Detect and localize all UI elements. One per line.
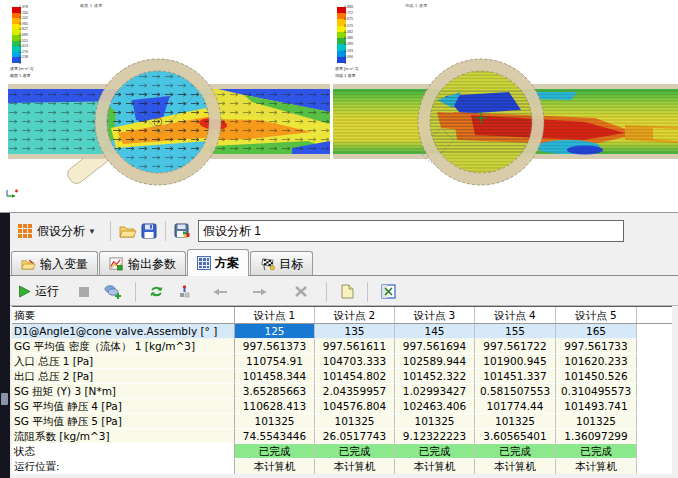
table-row: 流阻系数 [kg/m^3]74.554344626.05177439.12322… xyxy=(12,429,672,444)
legend-tick-label: 0.289 xyxy=(344,42,353,46)
new-document-icon xyxy=(340,284,354,299)
export-excel-button[interactable] xyxy=(381,284,396,299)
save-icon xyxy=(141,223,157,239)
row-label: 流阻系数 [kg/m^3] xyxy=(12,429,235,444)
result-cell: 110754.91 xyxy=(235,354,315,369)
plot-title-left: 截面 1 速度 xyxy=(80,3,103,8)
arrow-right-icon xyxy=(252,287,270,297)
result-cell: 0.310495573 xyxy=(556,384,637,399)
tab-design-points[interactable]: 方案 xyxy=(187,249,249,276)
arrow-left-icon xyxy=(210,287,228,297)
toolbar-separator xyxy=(367,282,368,302)
new-report-button[interactable] xyxy=(340,284,354,299)
legend-tick-label: 0 xyxy=(19,61,21,65)
design-point-value-cell[interactable]: 135 xyxy=(315,324,395,339)
result-cell: 本计算机 xyxy=(556,459,637,474)
update-design-point-button[interactable] xyxy=(178,285,191,299)
result-cell: 9.12322223 xyxy=(395,429,475,444)
legend-caption-left-2: 截面 1 速度 xyxy=(10,73,30,78)
tab-goals[interactable]: 目标 xyxy=(250,251,313,276)
result-cell: 本计算机 xyxy=(395,459,475,474)
analysis-toolbar: 假设分析 ▼ xyxy=(10,215,678,247)
row-label: D1@Angle1@cone valve.Assembly [° ] xyxy=(12,324,235,339)
coordinate-triad-icon xyxy=(5,188,19,200)
stop-button[interactable] xyxy=(78,286,90,298)
legend-tick-label: 0.772 xyxy=(344,11,353,15)
panel-edge xyxy=(0,213,10,478)
panel-tabs: 输入变量 输出参数 方案 xyxy=(11,249,314,276)
open-folder-icon xyxy=(119,224,137,239)
row-label: 运行位置: xyxy=(12,459,235,474)
cfd-scene-streamlines xyxy=(333,0,678,195)
what-if-menu-label: 假设分析 xyxy=(37,223,85,240)
legend-tick-label: 1.102 xyxy=(19,16,28,20)
legend-tick-label: 0.965 xyxy=(19,22,28,26)
tab-input-variables[interactable]: 输入变量 xyxy=(11,251,98,276)
row-label: 入口 总压 1 [Pa] xyxy=(12,354,235,369)
design-points-grid-icon xyxy=(197,256,211,270)
legend-tick-label: 0.193 xyxy=(344,49,353,53)
legend-caption-right-1: 速度 [m s^-1] xyxy=(335,66,358,71)
column-header-summary: 摘要 xyxy=(12,307,235,323)
panel-pin-icon[interactable] xyxy=(1,393,8,405)
what-if-analysis-panel: 假设分析 ▼ xyxy=(0,212,678,478)
forward-button[interactable] xyxy=(252,287,270,297)
design-point-value-cell[interactable]: 165 xyxy=(556,324,637,339)
result-cell: 0.581507553 xyxy=(475,384,556,399)
submit-jobs-button[interactable] xyxy=(104,284,122,299)
save-analysis-button[interactable] xyxy=(172,221,194,241)
refresh-button[interactable] xyxy=(149,285,164,298)
cfd-plot-streamlines: 流线 1 速度 0.8680.7720.6750.5790.4820.3860.… xyxy=(333,0,678,195)
legend-tick-label: 1.240 xyxy=(19,11,28,15)
result-cell: 101325 xyxy=(556,414,637,429)
table-row: SG 平均值 静压 4 [Pa]110628.413104576.8041024… xyxy=(12,399,672,414)
grid-icon xyxy=(18,224,32,238)
cfd-plot-velocity-contour: 截面 1 速度 1.3781.2401.1020.9650.8270.6890.… xyxy=(8,0,330,195)
result-cell: 101325 xyxy=(395,414,475,429)
play-icon xyxy=(18,285,31,298)
back-button[interactable] xyxy=(210,287,228,297)
result-cell: 997.561694 xyxy=(395,339,475,354)
legend-tick-label: 0.138 xyxy=(19,55,28,59)
run-button[interactable]: 运行 xyxy=(16,281,71,302)
legend-tick-label: 0.413 xyxy=(19,44,28,48)
goal-flag-icon xyxy=(260,257,275,271)
table-row: 入口 总压 1 [Pa]110754.91104703.333102589.94… xyxy=(12,354,672,369)
design-point-value-cell[interactable]: 145 xyxy=(395,324,475,339)
result-cell: 本计算机 xyxy=(235,459,315,474)
analysis-name-input[interactable] xyxy=(198,220,624,242)
input-variables-icon xyxy=(21,258,36,271)
result-cell: 101493.741 xyxy=(556,399,637,414)
result-cell: 101325 xyxy=(235,414,315,429)
legend-caption-right-2: 流线 1 速度 xyxy=(335,73,355,78)
legend-tick-label: 0.868 xyxy=(344,5,353,9)
design-point-pin-icon xyxy=(178,285,191,299)
result-cell: 已完成 xyxy=(395,444,475,459)
legend-tick-label: 0.096 xyxy=(344,55,353,59)
row-label: SG 平均值 静压 5 [Pa] xyxy=(12,414,235,429)
design-point-value-cell[interactable]: 155 xyxy=(475,324,556,339)
design-point-value-cell[interactable]: 125 xyxy=(235,324,315,339)
result-cell: 1.02993427 xyxy=(395,384,475,399)
delete-button[interactable] xyxy=(294,285,308,298)
tab-output-parameters[interactable]: 输出参数 xyxy=(99,251,186,276)
result-cell: 74.5543446 xyxy=(235,429,315,444)
jobs-queue-icon xyxy=(104,284,122,299)
column-header-design-point-2: 设计点 2 xyxy=(315,307,395,323)
result-cell: 本计算机 xyxy=(315,459,395,474)
legend-tick-label: 0.675 xyxy=(344,17,353,21)
row-label: 出口 总压 2 [Pa] xyxy=(12,369,235,384)
toolbar-separator xyxy=(110,221,111,241)
output-parameters-icon xyxy=(109,257,124,271)
result-cell: 已完成 xyxy=(235,444,315,459)
what-if-menu-button[interactable]: 假设分析 ▼ xyxy=(16,221,104,242)
result-cell: 101620.233 xyxy=(556,354,637,369)
result-cell: 1.36097299 xyxy=(556,429,637,444)
column-header-design-point-1: 设计点 1 xyxy=(235,307,315,323)
save-button[interactable] xyxy=(139,221,159,241)
open-button[interactable] xyxy=(117,222,139,241)
legend-tick-label: 0.579 xyxy=(344,24,353,28)
save-analysis-icon xyxy=(174,223,192,239)
result-cell: 102589.944 xyxy=(395,354,475,369)
chevron-down-icon: ▼ xyxy=(88,227,96,236)
